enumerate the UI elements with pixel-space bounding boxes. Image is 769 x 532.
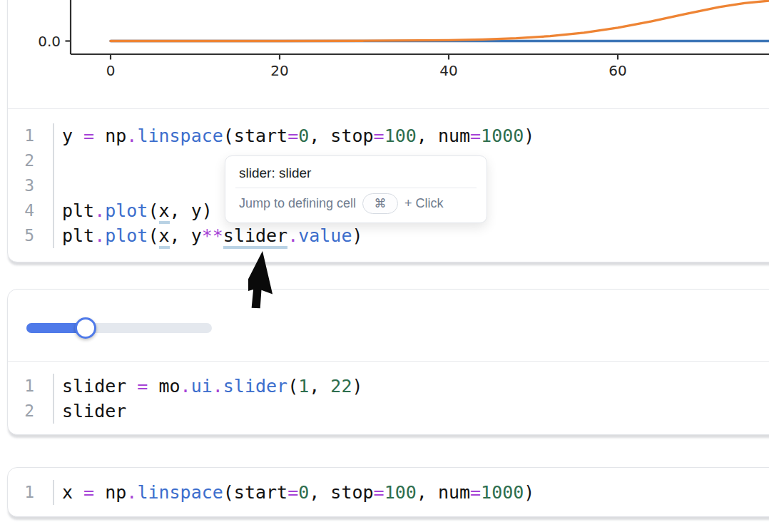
code-token: ) <box>524 482 534 503</box>
code-line[interactable]: 1slider = mo.ui.slider(1, 22) <box>8 374 769 399</box>
code-token: value <box>298 225 352 246</box>
code-token: plot <box>105 200 148 221</box>
code-token: 0 <box>298 482 309 503</box>
highlighted-variable[interactable]: x <box>159 225 170 249</box>
line-number: 1 <box>8 480 34 505</box>
code-token: slider <box>62 376 137 397</box>
code-token: . <box>126 126 137 146</box>
code-token: ( <box>148 225 158 246</box>
code-token: , num <box>417 126 470 146</box>
code-token: , y) <box>170 200 213 221</box>
code-token: = <box>287 482 298 503</box>
code-text[interactable]: y = np.linspace(start=0, stop=100, num=1… <box>53 123 769 148</box>
code-token: = <box>83 482 94 503</box>
tooltip-action-row: Jump to defining cell ⌘ + Click <box>225 188 487 219</box>
code-token: = <box>374 126 385 146</box>
code-token: np <box>94 482 126 503</box>
code-text[interactable]: x = np.linspace(start=0, stop=100, num=1… <box>53 480 769 505</box>
code-text[interactable]: plt.plot(x, y**slider.value) <box>53 223 769 248</box>
code-token: . <box>94 225 105 246</box>
highlighted-variable[interactable]: slider <box>223 225 287 249</box>
code-token: 100 <box>385 126 417 146</box>
code-editor-x[interactable]: 1x = np.linspace(start=0, stop=100, num=… <box>8 468 769 514</box>
highlighted-variable[interactable]: x <box>159 200 170 224</box>
code-token: linspace <box>137 482 223 503</box>
matplotlib-figure: 0.00204060 <box>8 0 769 108</box>
code-token: ui <box>191 376 213 397</box>
code-token: ( <box>287 376 298 397</box>
code-line[interactable]: 2slider <box>8 399 769 424</box>
code-text[interactable]: slider <box>53 399 769 424</box>
x-tick-label: 40 <box>439 62 457 79</box>
code-token: = <box>83 126 94 146</box>
line-number: 2 <box>8 148 34 173</box>
code-token: np <box>94 126 126 146</box>
x-tick-label: 0 <box>106 62 116 79</box>
command-key-badge: ⌘ <box>362 193 398 214</box>
code-token: , stop <box>309 126 373 146</box>
code-token: mo <box>148 376 180 397</box>
line-number: 1 <box>8 374 34 399</box>
click-hint-label: + Click <box>404 196 444 211</box>
code-token: ** <box>202 225 223 246</box>
notebook-cell-slider: 1slider = mo.ui.slider(1, 22)2slider <box>7 289 769 435</box>
code-editor-slider[interactable]: 1slider = mo.ui.slider(1, 22)2slider <box>8 362 769 436</box>
code-token: , stop <box>309 482 373 503</box>
code-line[interactable]: 1y = np.linspace(start=0, stop=100, num=… <box>8 123 769 148</box>
code-token: 0 <box>298 126 309 146</box>
x-tick-label: 20 <box>270 62 288 79</box>
code-line[interactable]: 1x = np.linspace(start=0, stop=100, num=… <box>8 480 769 505</box>
code-token: slider <box>62 401 126 421</box>
code-token: linspace <box>137 126 223 146</box>
tooltip-title: slider: slider <box>225 156 487 188</box>
x-tick-label: 60 <box>608 62 626 79</box>
code-token: plot <box>105 225 148 246</box>
code-token: . <box>287 225 298 246</box>
variable-tooltip: slider: slider Jump to defining cell ⌘ +… <box>225 155 487 223</box>
code-token: 1000 <box>481 126 524 146</box>
code-token: . <box>180 376 191 397</box>
code-token: . <box>94 200 105 221</box>
code-token: = <box>470 482 481 503</box>
code-token: ) <box>352 376 362 397</box>
code-token: plt <box>62 200 94 221</box>
mouse-cursor-icon <box>248 247 327 325</box>
code-token: , num <box>417 482 470 503</box>
code-token: . <box>213 376 223 397</box>
code-token: . <box>126 482 137 503</box>
line-number: 2 <box>8 399 34 424</box>
slider-widget[interactable] <box>26 323 212 333</box>
plot-output: 0.00204060 <box>8 0 769 109</box>
code-token: 100 <box>385 482 417 503</box>
code-token: , <box>309 376 330 397</box>
code-token: , y <box>170 225 202 246</box>
code-token: = <box>470 126 481 146</box>
code-token: slider <box>223 376 287 397</box>
code-token: y <box>62 126 83 146</box>
code-token: 1000 <box>481 482 524 503</box>
code-token: (start <box>223 126 287 146</box>
line-number: 1 <box>8 123 34 148</box>
line-number: 5 <box>8 223 34 248</box>
code-token: ) <box>524 126 534 146</box>
code-token: = <box>137 376 148 397</box>
code-token: 1 <box>298 376 309 397</box>
slider-output <box>8 290 769 362</box>
code-text[interactable]: slider = mo.ui.slider(1, 22) <box>53 374 769 399</box>
code-token: 22 <box>330 376 352 397</box>
notebook-cell-x: 1x = np.linspace(start=0, stop=100, num=… <box>7 467 769 517</box>
line-number: 3 <box>8 173 34 198</box>
line-number: 4 <box>8 198 34 223</box>
jump-to-cell-label: Jump to defining cell <box>239 196 356 211</box>
code-token: ) <box>352 225 362 246</box>
code-token: x <box>62 482 83 503</box>
code-token: (start <box>223 482 287 503</box>
code-line[interactable]: 5plt.plot(x, y**slider.value) <box>8 223 769 248</box>
code-token: = <box>374 482 385 503</box>
y-tick-label: 0.0 <box>38 33 61 50</box>
series-line <box>111 0 769 41</box>
command-key-icon: ⌘ <box>375 196 387 211</box>
slider-handle[interactable] <box>75 317 96 339</box>
code-token: ( <box>148 200 158 221</box>
code-token: plt <box>62 225 94 246</box>
